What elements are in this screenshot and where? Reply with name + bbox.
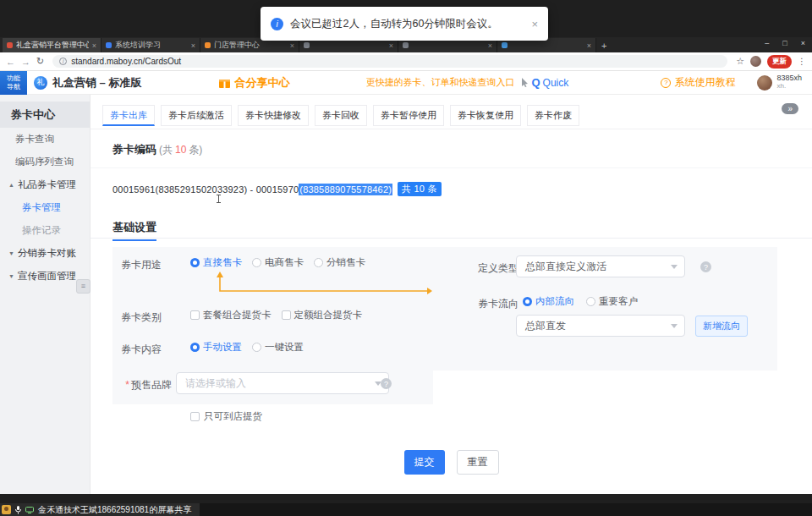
- panel-collapse-button[interactable]: »: [782, 103, 798, 114]
- url-text: standard.maboy.cn/CardsOut: [71, 57, 181, 66]
- tab-card-suspend[interactable]: 券卡暂停使用: [373, 105, 444, 126]
- radio-manual-setup[interactable]: 手动设置: [190, 341, 242, 354]
- checkbox-store-pickup-only[interactable]: 只可到店提货: [190, 410, 262, 423]
- reset-button[interactable]: 重置: [457, 450, 499, 475]
- radio-label: 重要客户: [599, 295, 638, 308]
- close-icon[interactable]: ×: [801, 39, 805, 47]
- checkbox-label: 只可到店提货: [204, 410, 262, 423]
- nav-box-line2: 导航: [7, 83, 20, 91]
- radio-icon: [523, 297, 532, 306]
- sidebar-item-label: 编码序列查询: [15, 156, 74, 168]
- checkbox-fixed-combo-pickup-card[interactable]: 定额组合提货卡: [282, 309, 363, 321]
- app-title: 礼盒营销 – 标准版: [52, 75, 141, 91]
- forward-icon[interactable]: →: [21, 57, 30, 67]
- radio-icon: [586, 297, 595, 306]
- reload-icon[interactable]: ↻: [36, 56, 44, 67]
- chrome-update-button[interactable]: 更新: [767, 55, 792, 69]
- quick-entry-promo-link[interactable]: 更快捷的券卡、订单和快递查询入口: [365, 76, 514, 89]
- count-suffix: 条): [189, 143, 202, 157]
- tab-label: 系统培训学习: [115, 40, 188, 51]
- maximize-icon[interactable]: □: [782, 39, 787, 47]
- tab-card-void[interactable]: 券卡作废: [527, 105, 579, 126]
- card-codes-title: 券卡编码: [112, 142, 156, 157]
- checkbox-label: 定额组合提货卡: [294, 309, 363, 321]
- tab-close-icon[interactable]: ×: [191, 41, 195, 50]
- radio-icon: [190, 258, 200, 267]
- nav-box-line1: 功能: [7, 74, 20, 83]
- sidebar-item-code-sequence-query[interactable]: 编码序列查询: [0, 151, 90, 173]
- sidebar-item-label: 券卡查询: [15, 133, 54, 145]
- radio-label: 电商售卡: [265, 256, 304, 269]
- share-center-link[interactable]: 合分享中心: [219, 75, 289, 91]
- radio-internal-flow[interactable]: 内部流向: [523, 295, 574, 308]
- sidebar-collapse-toggle[interactable]: ≡: [76, 279, 91, 294]
- minimize-icon[interactable]: –: [765, 39, 769, 47]
- app-header: 功能 导航 礼 礼盒营销 – 标准版 合分享中心 更快捷的券卡、订单和快递查询入…: [0, 71, 812, 95]
- checkbox-label: 套餐组合提货卡: [203, 309, 272, 321]
- flow-select[interactable]: 总部直发: [516, 315, 685, 337]
- count-prefix: (共: [159, 143, 173, 157]
- microphone-icon[interactable]: [15, 506, 21, 514]
- sidebar-item-card-management[interactable]: 券卡管理: [0, 196, 90, 219]
- content-options: 手动设置 一键设置: [190, 341, 304, 354]
- sidebar-group-gift-card-management[interactable]: ▲ 礼品券卡管理: [0, 173, 90, 196]
- tab-favicon: [205, 42, 211, 48]
- tab-card-restore[interactable]: 券卡恢复使用: [450, 105, 521, 126]
- form-actions: 提交 重置: [91, 450, 812, 475]
- back-icon[interactable]: ←: [6, 57, 15, 67]
- define-type-select[interactable]: 总部直接定义激活: [516, 255, 685, 277]
- toast-message: 会议已超过2人，自动转为60分钟限时会议。: [290, 17, 498, 31]
- tab-close-icon[interactable]: ×: [389, 41, 393, 50]
- tab-close-icon[interactable]: ×: [488, 41, 492, 50]
- radio-ecommerce-sale[interactable]: 电商售卡: [252, 256, 304, 269]
- tab-card-outbound[interactable]: 券卡出库: [102, 105, 155, 126]
- browser-tab-2[interactable]: 系统培训学习 ×: [102, 38, 200, 52]
- radio-distribution-sale[interactable]: 分销售卡: [314, 256, 365, 269]
- radio-key-customer[interactable]: 重要客户: [586, 295, 638, 308]
- help-icon[interactable]: ?: [700, 261, 711, 272]
- site-info-icon[interactable]: i: [59, 58, 67, 65]
- toast-close-icon[interactable]: ×: [531, 18, 538, 30]
- add-flow-button[interactable]: 新增流向: [695, 316, 748, 337]
- sidebar-group-distribution-reconciliation[interactable]: ▼ 分销券卡对账: [0, 242, 90, 265]
- tab-card-recycle[interactable]: 券卡回收: [315, 105, 367, 126]
- help-icon[interactable]: ?: [381, 378, 392, 389]
- browser-toolbar: ← → ↻ i standard.maboy.cn/CardsOut ☆ 更新 …: [0, 52, 812, 71]
- select-placeholder: 请选择或输入: [185, 376, 246, 391]
- user-menu[interactable]: 8385xh xh.: [757, 74, 802, 91]
- sidebar-item-card-query[interactable]: 券卡查询: [0, 128, 90, 151]
- divider: [91, 167, 812, 168]
- sidebar-item-label: 宣传画面管理: [18, 270, 76, 283]
- checkbox-combo-pickup-card[interactable]: 套餐组合提货卡: [190, 309, 272, 321]
- content-label: 券卡内容: [121, 343, 162, 357]
- presale-brand-select[interactable]: 请选择或输入: [176, 372, 389, 394]
- radio-one-click-setup[interactable]: 一键设置: [252, 341, 304, 354]
- tab-close-icon[interactable]: ×: [290, 41, 294, 50]
- tab-favicon: [403, 42, 409, 48]
- browser-menu-icon[interactable]: ⋮: [798, 57, 806, 66]
- tab-close-icon[interactable]: ×: [587, 41, 591, 50]
- radio-direct-sale[interactable]: 直接售卡: [190, 256, 242, 269]
- bookmark-star-icon[interactable]: ☆: [736, 56, 744, 67]
- function-nav-button[interactable]: 功能 导航: [0, 71, 27, 95]
- count-number: 10: [175, 144, 186, 156]
- tab-card-followup-activation[interactable]: 券卡后续激活: [161, 105, 232, 126]
- tab-close-icon[interactable]: ×: [92, 41, 96, 50]
- system-tutorial-link[interactable]: ? 系统使用教程: [661, 75, 735, 90]
- tab-favicon: [106, 42, 112, 48]
- address-bar[interactable]: i standard.maboy.cn/CardsOut: [52, 55, 727, 68]
- sidebar-item-operation-log[interactable]: 操作记录: [0, 219, 90, 242]
- new-tab-button[interactable]: +: [601, 41, 606, 51]
- tab-card-quick-edit[interactable]: 券卡快捷修改: [238, 105, 309, 126]
- quick-link[interactable]: Q Quick: [521, 76, 568, 89]
- browser-profile-avatar[interactable]: [750, 56, 761, 67]
- submit-button[interactable]: 提交: [404, 450, 445, 475]
- settings-right-panel: 定义类型 总部直接定义激活 ? 券卡流向 内部流向 重要客户 总部直发 新增流向: [433, 247, 777, 371]
- browser-tab-1[interactable]: 礼盒营销平台管理中心 ×: [3, 38, 102, 52]
- radio-label: 分销售卡: [326, 256, 365, 269]
- code-range-plain: 00015961(8385291502033923) - 00015970: [112, 184, 299, 195]
- chevron-down-icon: [671, 324, 678, 328]
- screen-share-text: 金禾通技术王斌18662591081的屏幕共享: [38, 504, 191, 516]
- text-cursor: [216, 195, 222, 203]
- tab-favicon: [304, 42, 310, 48]
